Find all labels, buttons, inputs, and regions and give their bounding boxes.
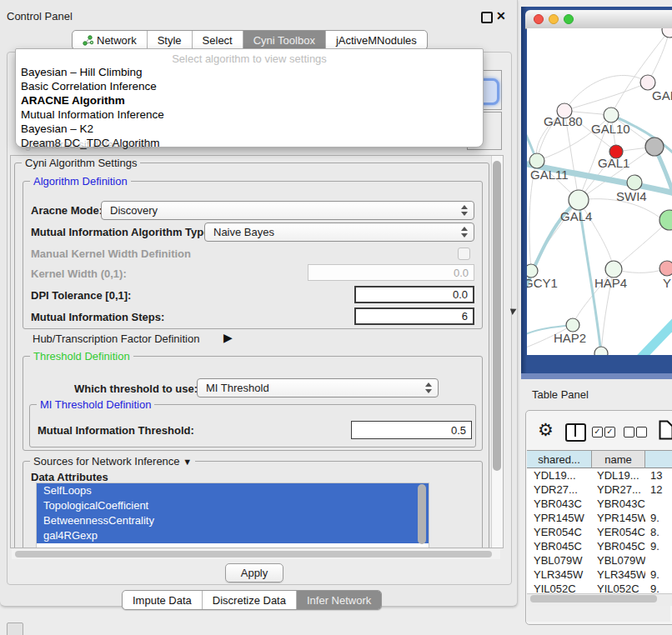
hub-section-label: Hub/Transcription Factor Definition [33, 332, 199, 345]
list-item[interactable]: TopologicalCoefficient [37, 498, 429, 513]
table-row[interactable]: YDL19...YDL19...13 [527, 468, 672, 482]
panel-stub-button[interactable] [7, 622, 23, 635]
dpi-tolerance-field[interactable]: 0.0 [354, 286, 474, 303]
svg-text:HAP2: HAP2 [554, 331, 586, 345]
column-header-name[interactable]: name [592, 450, 645, 468]
settings-hscroll-thumb[interactable] [15, 551, 492, 558]
tab-label: Network [97, 34, 137, 47]
column-header-shared-name[interactable]: shared... [527, 450, 592, 468]
tab-impute-data[interactable]: Impute Data [123, 591, 203, 609]
network-window-bottom-edge [521, 373, 672, 379]
table-header-row: shared... name [527, 450, 672, 468]
svg-text:SWI4: SWI4 [616, 189, 647, 203]
settings-scrollbar-thumb[interactable] [493, 161, 501, 471]
columns-icon[interactable] [565, 423, 586, 442]
network-canvas[interactable]: GAL GAL80 GAL10 GAL1 GAL11 SWI4 GAL4 GCY… [527, 28, 672, 355]
dropdown-placeholder: Select algorithm to view settings [16, 52, 483, 65]
control-panel-tabbar: Network Style Select Cyni Toolbox jActiv… [72, 30, 428, 50]
node-gray[interactable] [645, 138, 664, 156]
tab-discretize-data[interactable]: Discretize Data [203, 591, 297, 609]
node-hap2[interactable] [566, 318, 579, 332]
apply-button[interactable]: Apply [225, 563, 283, 582]
svg-text:GAL80: GAL80 [544, 114, 583, 128]
zoom-traffic-light[interactable] [564, 14, 574, 24]
select-all-check-icon[interactable]: ✓ [592, 427, 603, 438]
expanded-arrow-icon[interactable]: ▼ [183, 457, 192, 467]
table-row[interactable]: YPR145WYPR145W9. [527, 511, 672, 525]
node-hap4[interactable] [605, 261, 622, 278]
tab-infer-network[interactable]: Infer Network [297, 591, 381, 609]
spinner-arrows-icon [425, 382, 432, 393]
dropdown-item[interactable]: Bayesian – K2 [16, 122, 483, 136]
table-hscroll-thumb[interactable] [530, 595, 657, 602]
select-all-check-icon[interactable]: ✓ [604, 427, 615, 438]
kernel-width-label: Kernel Width (0,1): [31, 268, 127, 280]
dpi-tolerance-label: DPI Tolerance [0,1]: [31, 289, 131, 302]
collapsed-arrow-icon[interactable]: ▶ [223, 331, 233, 344]
deselect-all-icon[interactable] [636, 427, 647, 438]
file-icon[interactable] [659, 420, 672, 440]
group-title: Algorithm Definition [30, 175, 131, 188]
table-row[interactable]: YDR27...YDR27...12 [527, 482, 672, 497]
node-swi4[interactable] [627, 175, 642, 190]
column-header-cut[interactable] [645, 450, 672, 468]
node[interactable] [662, 28, 672, 38]
spinner-arrows-icon [461, 227, 468, 238]
svg-text:GAL4: GAL4 [560, 209, 592, 223]
deselect-all-icon[interactable] [624, 427, 634, 438]
minimize-traffic-light[interactable] [549, 14, 559, 24]
list-item[interactable]: SelfLoops [37, 483, 429, 498]
data-attributes-label: Data Attributes [31, 471, 108, 483]
mi-threshold-label: Mutual Information Threshold: [38, 424, 194, 437]
data-attributes-list: SelfLoops TopologicalCoefficient Between… [36, 482, 429, 548]
which-threshold-label: Which threshold to use: [74, 382, 198, 395]
mi-steps-field[interactable]: 6 [354, 308, 474, 325]
node-gal10[interactable] [604, 108, 619, 122]
node[interactable] [594, 347, 608, 355]
node-pink[interactable] [659, 261, 672, 276]
float-window-icon[interactable] [481, 12, 493, 23]
close-traffic-light[interactable] [534, 14, 544, 24]
table-row[interactable]: YBR045CYBR045C9. [527, 539, 672, 553]
list-item[interactable]: gal4RGexp [37, 528, 429, 543]
table-row[interactable]: YLR345WYLR345W9. [527, 568, 672, 582]
gear-icon[interactable]: ⚙ [538, 420, 554, 440]
group-title: Threshold Definition [30, 350, 133, 362]
table-row[interactable]: YBL079WYBL079W [527, 553, 672, 568]
tab-jactivemnodules[interactable]: jActiveMNodules [326, 31, 427, 49]
dropdown-item[interactable]: Basic Correlation Inference [16, 79, 483, 93]
svg-text:GAL11: GAL11 [530, 168, 569, 182]
close-icon[interactable]: ✕ [496, 9, 506, 22]
svg-text:GAL: GAL [652, 88, 672, 102]
settings-scroll-panel: Cyni Algorithm Settings Algorithm Defini… [10, 155, 504, 548]
dropdown-item[interactable]: Bayesian – Hill Climbing [16, 65, 483, 79]
dropdown-item-selected[interactable]: ARACNE Algorithm [16, 93, 483, 108]
table-row[interactable]: YBR043CYBR043C [527, 497, 672, 511]
table-row[interactable]: YER054CYER054C8. [527, 525, 672, 539]
mi-type-combo[interactable]: Naive Bayes [204, 222, 474, 242]
tab-network[interactable]: Network [73, 31, 148, 49]
manual-kernel-checkbox[interactable] [458, 248, 470, 260]
dropdown-item[interactable]: Mutual Information Inference [16, 108, 483, 122]
node-gal11[interactable] [529, 153, 544, 168]
table-panel-title: Table Panel [532, 388, 589, 401]
tab-style[interactable]: Style [148, 31, 193, 49]
mi-type-label: Mutual Information Algorithm Type: [31, 226, 213, 238]
list-scrollbar[interactable] [418, 484, 426, 544]
group-title: MI Threshold Definition [37, 398, 154, 411]
tab-select[interactable]: Select [193, 31, 243, 49]
list-item[interactable]: BetweennessCentrality [37, 513, 429, 528]
kernel-width-field[interactable]: 0.0 [308, 264, 474, 281]
table-row[interactable]: YIL052CYIL052C9. [527, 582, 672, 593]
cyni-bottom-tabbar: Impute Data Discretize Data Infer Networ… [122, 590, 382, 610]
network-graph: GAL GAL80 GAL10 GAL1 GAL11 SWI4 GAL4 GCY… [527, 28, 672, 355]
network-window-titlebar[interactable] [525, 10, 672, 29]
svg-text:Y: Y [663, 276, 671, 290]
tab-cyni-toolbox[interactable]: Cyni Toolbox [243, 31, 326, 49]
spinner-arrows-icon [461, 205, 468, 216]
which-threshold-combo[interactable]: MI Threshold [197, 378, 439, 398]
algorithm-dropdown-list: Select algorithm to view settings Bayesi… [15, 48, 484, 148]
aracne-mode-combo[interactable]: Discovery [101, 201, 474, 220]
node-gal4[interactable] [569, 190, 589, 210]
mi-threshold-field[interactable]: 0.5 [351, 421, 472, 439]
